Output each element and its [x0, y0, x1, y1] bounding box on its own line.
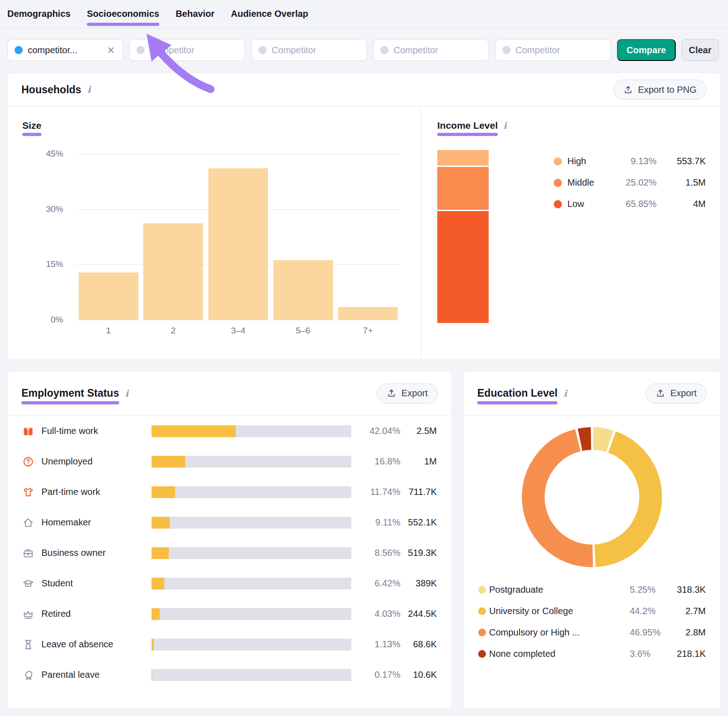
income-pct: 9.13% — [613, 156, 657, 166]
employment-row-student: Student 6.42% 389K — [22, 568, 437, 599]
education-pct: 44.2% — [630, 606, 671, 616]
employment-rows: Full-time work 42.04% 2.5M Unemployed 16… — [8, 416, 451, 690]
size-chart-x-axis: 123–45–67+ — [76, 326, 400, 336]
education-export-button[interactable]: Export — [646, 383, 707, 403]
employment-label: Part-time work — [41, 487, 152, 497]
legend-dot-icon — [478, 629, 486, 636]
competitor-input[interactable]: Competitor — [129, 39, 245, 61]
tab-socioeconomics[interactable]: Socioeconomics — [87, 0, 159, 28]
employment-value: 552.1K — [400, 517, 437, 528]
employment-pct: 6.42% — [351, 578, 400, 589]
income-legend: High 9.13% 553.7K Middle 25.02% 1.5M Low… — [554, 151, 706, 323]
income-stacked-bar — [437, 150, 489, 323]
size-bar-2 — [143, 223, 203, 320]
competitor-input[interactable]: Competitor — [495, 39, 611, 61]
competitor-placeholder: Competitor — [272, 45, 316, 55]
employment-label: Parental leave — [41, 670, 152, 680]
employment-pct: 42.04% — [351, 426, 400, 436]
employment-label: Business owner — [41, 548, 152, 558]
x-tick-label: 1 — [79, 326, 138, 336]
tab-demographics[interactable]: Demographics — [7, 0, 71, 28]
competitor-placeholder: Competitor — [394, 45, 438, 55]
employment-export-button[interactable]: Export — [377, 383, 438, 403]
gridline — [76, 320, 400, 320]
upload-icon — [387, 388, 396, 398]
competitor-filter-bar: competitor... Competitor Competitor Comp… — [0, 28, 728, 61]
employment-value: 10.6K — [400, 670, 437, 680]
employment-pct: 16.8% — [351, 456, 400, 467]
tab-audience-overlap[interactable]: Audience Overlap — [231, 0, 308, 28]
competitor-input[interactable]: Competitor — [251, 39, 367, 61]
crown-icon — [22, 608, 34, 620]
employment-value: 389K — [400, 578, 437, 589]
size-chart-plot — [76, 154, 400, 320]
employment-row-part-time-work: Part-time work 11.74% 711.7K — [22, 477, 437, 507]
legend-dot-icon — [554, 157, 562, 166]
education-legend-row: Compulsory or High ... 46.95% 2.8M — [478, 622, 706, 643]
households-card: Households i Export to PNG Size 45%30%15… — [7, 73, 721, 360]
stroller-icon — [22, 669, 34, 681]
income-label: Low — [567, 199, 613, 209]
employment-bar-fill — [152, 608, 160, 620]
education-value: 2.8M — [671, 627, 706, 638]
size-bar-3-4 — [208, 168, 268, 320]
education-export-label: Export — [670, 388, 697, 398]
employment-row-business-owner: Business owner 8.56% 519.3K — [22, 538, 437, 568]
tab-behavior[interactable]: Behavior — [176, 0, 215, 28]
income-value: 1.5M — [657, 177, 706, 188]
info-icon[interactable]: i — [87, 84, 91, 95]
education-value: 218.1K — [671, 649, 706, 659]
competitor-placeholder: Competitor — [516, 45, 560, 55]
compare-button[interactable]: Compare — [617, 39, 676, 61]
employment-value: 519.3K — [400, 548, 437, 558]
employment-bar-fill — [152, 639, 154, 650]
info-icon[interactable]: i — [125, 388, 129, 399]
competitor-input[interactable]: Competitor — [373, 39, 489, 61]
competitor-chip-selected[interactable]: competitor... — [7, 39, 123, 61]
briefcase-icon — [22, 547, 34, 559]
x-tick-label: 2 — [143, 326, 203, 336]
income-segment-high — [437, 150, 489, 166]
employment-bar-fill — [152, 486, 175, 498]
income-legend-row: Low 65.85% 4M — [554, 193, 706, 215]
education-label: None completed — [489, 649, 630, 659]
remove-competitor-icon[interactable] — [106, 45, 116, 55]
education-pct: 46.95% — [630, 627, 671, 638]
size-bar-1 — [79, 272, 138, 320]
education-label: Compulsory or High ... — [489, 627, 630, 638]
income-label: High — [567, 156, 613, 166]
education-donut-chart — [522, 427, 662, 567]
income-pct: 65.85% — [613, 199, 657, 209]
employment-bar-fill — [152, 547, 169, 559]
income-legend-row: High 9.13% 553.7K — [554, 151, 706, 172]
education-pct: 3.6% — [630, 649, 671, 659]
employment-label: Retired — [41, 609, 152, 619]
education-value: 318.3K — [671, 585, 706, 595]
clear-button[interactable]: Clear — [682, 39, 719, 61]
hourglass-icon — [22, 639, 34, 650]
competitor-dot-icon — [502, 46, 511, 54]
education-label: University or College — [489, 606, 630, 616]
export-to-png-label: Export to PNG — [638, 85, 697, 95]
education-legend-row: None completed 3.6% 218.1K — [478, 643, 706, 665]
education-pct: 5.25% — [630, 585, 671, 595]
upload-icon — [656, 388, 665, 398]
employment-row-retired: Retired 4.03% 244.5K — [22, 599, 437, 629]
employment-label: Unemployed — [41, 456, 152, 467]
export-to-png-button[interactable]: Export to PNG — [613, 80, 707, 100]
employment-bar-track — [152, 608, 351, 620]
info-icon[interactable]: i — [503, 120, 507, 131]
competitor-dot-blue-icon — [15, 46, 23, 54]
employment-value: 1M — [400, 456, 437, 467]
income-segment-middle — [437, 167, 489, 210]
income-level-panel: Income Level i High 9.13% 553.7K Middle … — [421, 106, 720, 359]
household-size-panel: Size 45%30%15%0% 123–45–67+ — [8, 106, 421, 359]
income-value: 4M — [657, 199, 706, 209]
x-tick-label: 5–6 — [273, 326, 333, 336]
info-icon[interactable]: i — [563, 388, 567, 399]
fulltime-briefcase-icon — [22, 425, 34, 437]
legend-dot-icon — [554, 179, 562, 187]
tshirt-icon — [22, 486, 34, 498]
question-circle-icon — [22, 456, 34, 468]
employment-bar-track — [152, 425, 351, 437]
